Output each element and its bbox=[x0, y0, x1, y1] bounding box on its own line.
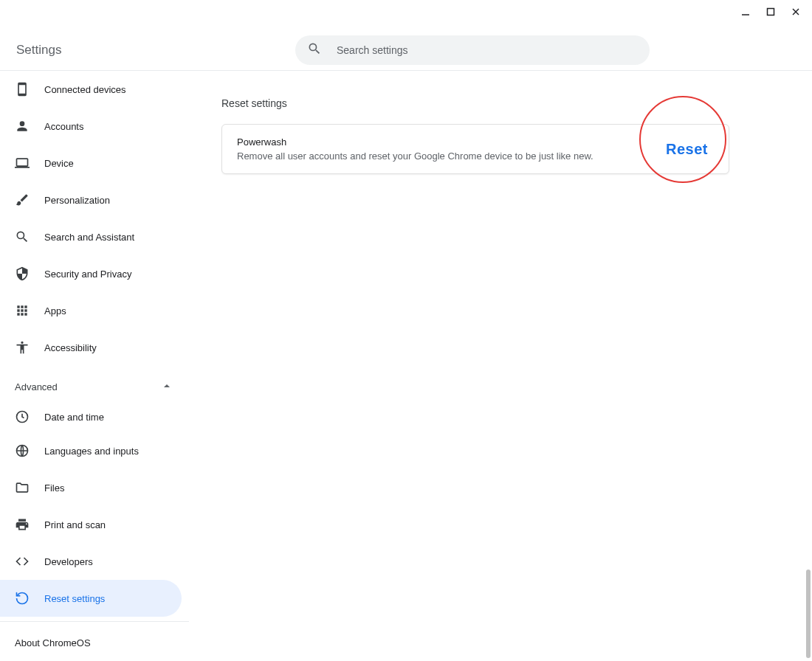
sidebar-item-files[interactable]: Files bbox=[0, 469, 189, 506]
svg-rect-1 bbox=[768, 9, 774, 15]
sidebar-item-device[interactable]: Device bbox=[0, 145, 189, 181]
printer-icon bbox=[15, 517, 30, 532]
sidebar-item-accessibility[interactable]: Accessibility bbox=[0, 329, 189, 366]
main-content: Reset settings Powerwash Remove all user… bbox=[189, 71, 812, 661]
folder-icon bbox=[15, 480, 30, 495]
apps-icon bbox=[15, 303, 30, 318]
header: Settings bbox=[0, 0, 812, 71]
sidebar: Connected devices Accounts Device Person… bbox=[0, 71, 189, 661]
maximize-button[interactable] bbox=[763, 4, 778, 19]
section-label: Advanced bbox=[15, 381, 58, 392]
sidebar-item-label: Security and Privacy bbox=[44, 269, 132, 280]
sidebar-item-label: Apps bbox=[44, 305, 66, 316]
sidebar-item-label: Date and time bbox=[44, 412, 104, 423]
globe-icon bbox=[15, 443, 30, 458]
search-input[interactable] bbox=[337, 44, 638, 56]
window-controls bbox=[729, 0, 812, 24]
code-icon bbox=[15, 554, 30, 569]
laptop-icon bbox=[15, 156, 30, 170]
sidebar-item-personalization[interactable]: Personalization bbox=[0, 181, 189, 218]
brush-icon bbox=[15, 193, 30, 207]
sidebar-item-label: Accounts bbox=[44, 121, 83, 132]
section-title: Reset settings bbox=[221, 97, 729, 109]
sidebar-item-label: Device bbox=[44, 158, 74, 169]
minimize-button[interactable] bbox=[738, 4, 753, 19]
sidebar-item-label: Reset settings bbox=[44, 593, 105, 604]
powerwash-card: Powerwash Remove all user accounts and r… bbox=[221, 124, 729, 174]
sidebar-section-advanced[interactable]: Advanced bbox=[0, 372, 189, 401]
sidebar-item-label: About ChromeOS bbox=[15, 637, 91, 648]
sidebar-item-label: Accessibility bbox=[44, 342, 97, 353]
sidebar-item-print-scan[interactable]: Print and scan bbox=[0, 506, 189, 543]
sidebar-item-developers[interactable]: Developers bbox=[0, 543, 189, 580]
card-description: Remove all user accounts and reset your … bbox=[237, 150, 645, 162]
search-icon bbox=[15, 229, 30, 244]
shield-icon bbox=[15, 266, 30, 281]
phone-icon bbox=[15, 82, 30, 97]
sidebar-item-reset-settings[interactable]: Reset settings bbox=[0, 580, 182, 617]
sidebar-item-about-chromeos[interactable]: About ChromeOS bbox=[0, 622, 189, 661]
sidebar-item-date-time[interactable]: Date and time bbox=[0, 401, 189, 432]
sidebar-item-label: Languages and inputs bbox=[44, 446, 139, 457]
card-title: Powerwash bbox=[237, 136, 645, 148]
sidebar-item-label: Print and scan bbox=[44, 519, 106, 530]
sidebar-item-label: Connected devices bbox=[44, 84, 126, 95]
sidebar-item-apps[interactable]: Apps bbox=[0, 292, 189, 329]
person-icon bbox=[15, 119, 30, 134]
accessibility-icon bbox=[15, 340, 30, 355]
sidebar-item-label: Personalization bbox=[44, 195, 110, 206]
sidebar-item-connected-devices[interactable]: Connected devices bbox=[0, 71, 189, 108]
chevron-up-icon bbox=[162, 380, 171, 393]
search-icon bbox=[307, 41, 322, 59]
search-bar[interactable] bbox=[295, 35, 650, 65]
reset-button[interactable]: Reset bbox=[660, 138, 714, 161]
scrollbar-thumb[interactable] bbox=[806, 570, 811, 658]
reset-icon bbox=[15, 591, 30, 606]
sidebar-item-languages-inputs[interactable]: Languages and inputs bbox=[0, 432, 189, 469]
sidebar-item-label: Search and Assistant bbox=[44, 232, 134, 243]
close-button[interactable] bbox=[788, 4, 803, 19]
sidebar-item-label: Developers bbox=[44, 556, 93, 567]
sidebar-item-search-assistant[interactable]: Search and Assistant bbox=[0, 218, 189, 255]
sidebar-item-label: Files bbox=[44, 482, 64, 494]
page-title: Settings bbox=[16, 43, 61, 58]
sidebar-item-security-privacy[interactable]: Security and Privacy bbox=[0, 255, 189, 292]
sidebar-item-accounts[interactable]: Accounts bbox=[0, 108, 189, 145]
clock-icon bbox=[15, 409, 30, 424]
